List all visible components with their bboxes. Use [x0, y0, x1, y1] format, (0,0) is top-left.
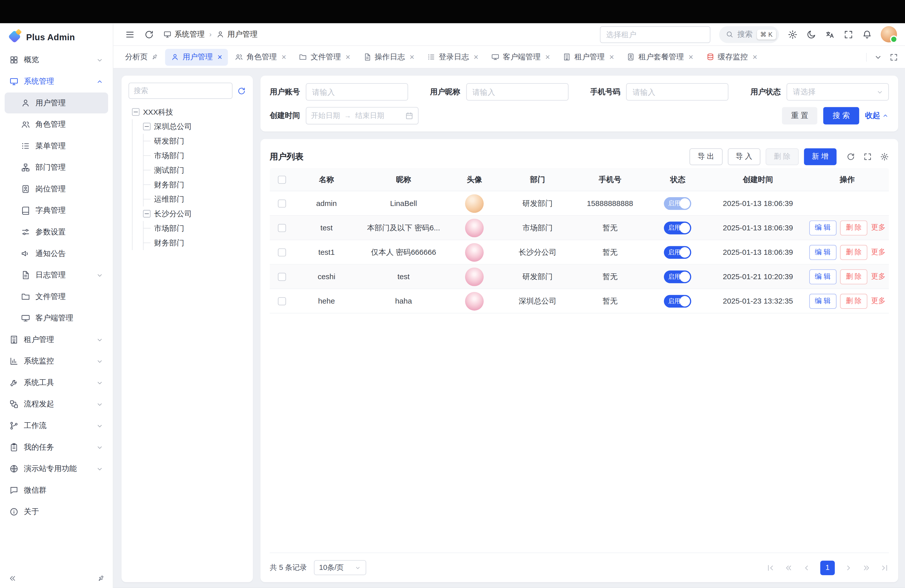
row-avatar[interactable] — [465, 218, 484, 237]
tab[interactable]: 文件管理 × — [293, 49, 356, 65]
tree-node[interactable]: 财务部门 — [129, 177, 246, 192]
fullscreen-icon[interactable] — [843, 29, 853, 39]
tab[interactable]: 角色管理 × — [229, 49, 292, 65]
tree-node[interactable]: 市场部门 — [129, 221, 246, 236]
sidebar-item[interactable]: 系统管理 — [5, 71, 108, 92]
phone-number-input[interactable] — [626, 83, 729, 100]
edit-button[interactable]: 编 辑 — [809, 294, 837, 308]
sidebar-item[interactable]: 通知公告 — [5, 243, 108, 264]
sidebar-item[interactable]: 角色管理 — [5, 114, 108, 135]
page-size-select[interactable]: 10条/页 — [314, 560, 366, 575]
status-toggle[interactable]: 启用 — [664, 270, 692, 283]
tab-close-icon[interactable]: × — [410, 53, 414, 61]
user-nickname-input[interactable] — [466, 83, 568, 100]
sidebar-item[interactable]: 租户管理 — [5, 329, 108, 350]
tab-close-icon[interactable]: × — [281, 53, 286, 61]
dark-mode-moon-icon[interactable] — [806, 29, 816, 39]
app-logo[interactable]: Plus Admin — [0, 23, 113, 48]
reset-button[interactable]: 重 置 — [782, 107, 818, 124]
sidebar-item[interactable]: 概览 — [5, 49, 108, 70]
row-delete-button[interactable]: 删 除 — [840, 245, 867, 259]
edit-button[interactable]: 编 辑 — [809, 245, 837, 259]
tree-node[interactable]: 市场部门 — [129, 148, 246, 163]
row-checkbox[interactable] — [278, 297, 286, 305]
tree-search-input[interactable] — [129, 83, 233, 99]
tab[interactable]: 登录日志 × — [421, 49, 484, 65]
more-link[interactable]: 更多 — [871, 247, 886, 257]
status-toggle[interactable]: 启用 — [664, 246, 692, 259]
sidebar-item[interactable]: 岗位管理 — [5, 178, 108, 199]
tree-node[interactable]: 运维部门 — [129, 192, 246, 207]
tenant-select-input[interactable] — [600, 26, 710, 43]
fast-forward-icon[interactable] — [862, 563, 871, 572]
collapse-sidebar-icon[interactable] — [8, 574, 17, 582]
tab[interactable]: 客户端管理 × — [486, 49, 556, 65]
tab[interactable]: 用户管理 × — [165, 49, 228, 65]
table-refresh-icon[interactable] — [846, 152, 855, 161]
tree-refresh-icon[interactable] — [237, 86, 246, 95]
first-page-icon[interactable] — [766, 563, 775, 572]
row-checkbox[interactable] — [278, 199, 286, 207]
more-link[interactable]: 更多 — [871, 223, 886, 233]
status-toggle[interactable]: 启用 — [664, 221, 692, 234]
select-all-checkbox[interactable] — [278, 175, 286, 183]
tab-close-icon[interactable]: × — [753, 53, 757, 61]
tab[interactable]: 操作日志 × — [357, 49, 420, 65]
search-button[interactable]: 搜 索 — [823, 107, 859, 124]
row-avatar[interactable] — [465, 292, 484, 310]
add-button[interactable]: 新 增 — [804, 148, 837, 165]
tree-node[interactable]: 测试部门 — [129, 163, 246, 178]
tab-close-icon[interactable]: × — [610, 53, 614, 61]
tree-collapse-icon[interactable] — [143, 123, 151, 130]
translate-icon[interactable] — [825, 29, 835, 39]
row-avatar[interactable] — [465, 243, 484, 261]
tree-node[interactable]: 深圳总公司 — [129, 119, 246, 134]
export-button[interactable]: 导 出 — [689, 148, 722, 165]
tab[interactable]: 租户套餐管理 × — [621, 49, 699, 65]
sidebar-item[interactable]: 我的任务 — [5, 437, 108, 458]
user-status-select[interactable]: 请选择 — [787, 83, 889, 100]
tree-node[interactable]: XXX科技 — [129, 105, 246, 119]
sidebar-item[interactable]: 菜单管理 — [5, 135, 108, 156]
table-fullscreen-icon[interactable] — [863, 152, 872, 161]
tree-collapse-icon[interactable] — [143, 210, 151, 218]
user-avatar[interactable] — [881, 26, 897, 43]
row-avatar[interactable] — [465, 194, 484, 213]
tab-close-icon[interactable]: × — [545, 53, 550, 61]
tabs-dropdown-chevron-icon[interactable] — [874, 52, 883, 61]
sidebar-item[interactable]: 参数设置 — [5, 222, 108, 242]
row-avatar[interactable] — [465, 267, 484, 286]
breadcrumb-item-user[interactable]: 用户管理 — [216, 29, 257, 40]
edit-button[interactable]: 编 辑 — [809, 220, 837, 235]
notification-bell-icon[interactable] — [862, 29, 872, 39]
pin-sidebar-icon[interactable] — [95, 573, 106, 583]
row-delete-button[interactable]: 删 除 — [840, 269, 867, 284]
row-checkbox[interactable] — [278, 248, 286, 256]
tab[interactable]: 租户管理 × — [557, 49, 620, 65]
sidebar-item[interactable]: 系统工具 — [5, 372, 108, 393]
row-checkbox[interactable] — [278, 272, 286, 280]
tab-close-icon[interactable]: × — [689, 53, 693, 61]
sidebar-item[interactable]: 用户管理 — [5, 92, 108, 113]
more-link[interactable]: 更多 — [871, 296, 886, 306]
next-page-icon[interactable] — [844, 563, 853, 572]
row-delete-button[interactable]: 删 除 — [840, 220, 867, 235]
sidebar-item[interactable]: 演示站专用功能 — [5, 458, 108, 479]
current-page-button[interactable]: 1 — [820, 560, 835, 575]
table-settings-gear-icon[interactable] — [880, 152, 889, 161]
tabs-fullscreen-icon[interactable] — [889, 52, 898, 61]
tab-close-icon[interactable]: × — [218, 53, 222, 61]
prev-page-icon[interactable] — [802, 563, 811, 572]
user-account-input[interactable] — [306, 83, 408, 100]
sidebar-item[interactable]: 文件管理 — [5, 286, 108, 307]
sidebar-item[interactable]: 工作流 — [5, 415, 108, 436]
sidebar-item[interactable]: 系统监控 — [5, 351, 108, 372]
sidebar-item[interactable]: 关于 — [5, 501, 108, 522]
tree-node[interactable]: 长沙分公司 — [129, 207, 246, 221]
sidebar-item[interactable]: 字典管理 — [5, 200, 108, 221]
row-checkbox[interactable] — [278, 224, 286, 232]
status-toggle[interactable]: 启用 — [664, 197, 692, 210]
fast-backward-icon[interactable] — [784, 563, 793, 572]
status-toggle[interactable]: 启用 — [664, 294, 692, 307]
more-link[interactable]: 更多 — [871, 272, 886, 281]
